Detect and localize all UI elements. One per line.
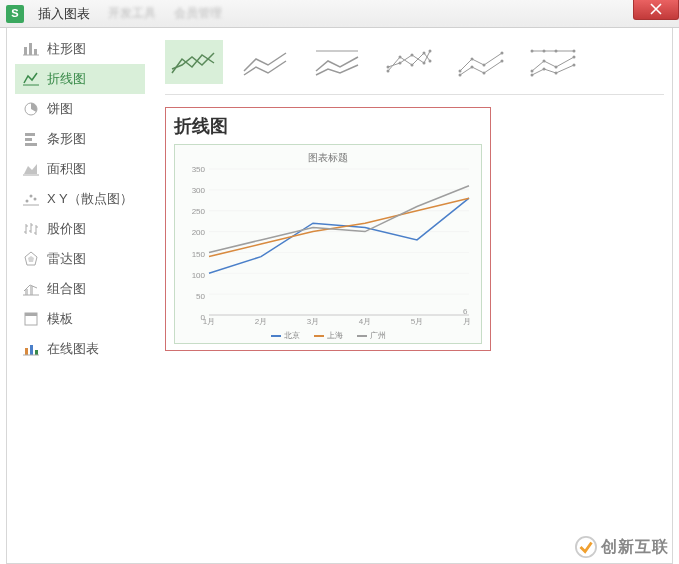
- y-tick-label: 100: [181, 270, 205, 279]
- plot-area: [209, 169, 469, 315]
- thumb-line-basic[interactable]: [165, 40, 223, 84]
- svg-rect-16: [35, 350, 38, 355]
- svg-point-47: [573, 64, 576, 67]
- thumb-line-percent-markers[interactable]: [525, 40, 583, 84]
- chart-legend: 北京上海广州: [175, 330, 481, 341]
- sidebar-label: 股价图: [47, 220, 86, 238]
- svg-rect-17: [170, 45, 218, 79]
- svg-point-22: [429, 60, 432, 63]
- svg-point-30: [483, 64, 486, 67]
- sidebar-item-stock[interactable]: 股价图: [15, 214, 145, 244]
- svg-point-23: [387, 66, 390, 69]
- svg-point-29: [471, 58, 474, 61]
- x-tick-label: 1月: [203, 316, 215, 327]
- svg-point-40: [531, 70, 534, 73]
- sidebar-label: 面积图: [47, 160, 86, 178]
- svg-point-42: [555, 66, 558, 69]
- pie-chart-icon: [23, 101, 39, 117]
- svg-rect-2: [34, 49, 37, 55]
- svg-point-21: [423, 52, 426, 55]
- y-tick-label: 350: [181, 165, 205, 174]
- y-tick-label: 300: [181, 186, 205, 195]
- svg-rect-11: [30, 286, 33, 295]
- close-button[interactable]: [633, 0, 679, 20]
- title-tabs: 插入图表 开发工具 会员管理: [38, 5, 222, 23]
- sidebar-label: X Y（散点图）: [47, 190, 133, 208]
- svg-point-36: [531, 50, 534, 53]
- svg-point-9: [34, 198, 37, 201]
- x-tick-label: 5月: [411, 316, 423, 327]
- svg-point-43: [573, 56, 576, 59]
- sidebar-item-template[interactable]: 模板: [15, 304, 145, 334]
- y-tick-label: 0: [181, 313, 205, 322]
- svg-point-8: [30, 195, 33, 198]
- svg-point-32: [459, 74, 462, 77]
- chart-type-sidebar: 柱形图 折线图 饼图 条形图 面积图 X Y（散点图） 股价图 雷达图: [15, 34, 145, 557]
- sidebar-label: 折线图: [47, 70, 86, 88]
- sidebar-item-bar[interactable]: 柱形图: [15, 34, 145, 64]
- sidebar-item-radar[interactable]: 雷达图: [15, 244, 145, 274]
- line-chart-icon: [23, 71, 39, 87]
- sidebar-item-combo[interactable]: 组合图: [15, 274, 145, 304]
- hbar-chart-icon: [23, 131, 39, 147]
- svg-point-57: [576, 537, 596, 557]
- y-tick-label: 200: [181, 228, 205, 237]
- svg-point-28: [459, 70, 462, 73]
- preview-wrap: 折线图 图表标题 050100150200250300350 1月2月3月4月5…: [165, 107, 491, 351]
- brand-logo-icon: [575, 536, 597, 558]
- svg-rect-15: [30, 345, 33, 355]
- y-tick-label: 50: [181, 291, 205, 300]
- sidebar-item-area[interactable]: 面积图: [15, 154, 145, 184]
- svg-point-39: [573, 50, 576, 53]
- x-tick-label: 2月: [255, 316, 267, 327]
- bar-chart-icon: [23, 41, 39, 57]
- svg-rect-6: [25, 143, 37, 146]
- sidebar-label: 模板: [47, 310, 73, 328]
- thumb-line-percent[interactable]: [309, 40, 367, 84]
- combo-chart-icon: [23, 281, 39, 297]
- main-panel: 折线图 图表标题 050100150200250300350 1月2月3月4月5…: [145, 34, 664, 557]
- svg-rect-1: [29, 43, 32, 55]
- chart-preview[interactable]: 图表标题 050100150200250300350 1月2月3月4月5月6月 …: [174, 144, 482, 344]
- sidebar-item-online[interactable]: 在线图表: [15, 334, 145, 364]
- svg-point-38: [555, 50, 558, 53]
- bg-tab-2: 会员管理: [174, 5, 222, 22]
- sidebar-label: 雷达图: [47, 250, 86, 268]
- thumb-line-markers[interactable]: [381, 40, 439, 84]
- sidebar-item-scatter[interactable]: X Y（散点图）: [15, 184, 145, 214]
- bg-tab-1: 开发工具: [108, 5, 156, 22]
- main-container: 柱形图 折线图 饼图 条形图 面积图 X Y（散点图） 股价图 雷达图: [6, 28, 673, 564]
- x-tick-label: 4月: [359, 316, 371, 327]
- thumb-line-stacked[interactable]: [237, 40, 295, 84]
- svg-point-24: [399, 62, 402, 65]
- thumb-line-stacked-markers[interactable]: [453, 40, 511, 84]
- radar-chart-icon: [23, 251, 39, 267]
- legend-entry: 上海: [314, 330, 343, 341]
- divider: [165, 94, 664, 95]
- svg-point-26: [423, 62, 426, 65]
- svg-rect-13: [25, 313, 37, 316]
- svg-point-35: [501, 60, 504, 63]
- sidebar-item-line[interactable]: 折线图: [15, 64, 145, 94]
- legend-entry: 广州: [357, 330, 386, 341]
- sidebar-item-hbar[interactable]: 条形图: [15, 124, 145, 154]
- svg-point-25: [411, 54, 414, 57]
- sidebar-item-pie[interactable]: 饼图: [15, 94, 145, 124]
- svg-point-44: [531, 74, 534, 77]
- svg-point-7: [26, 200, 29, 203]
- sidebar-label: 条形图: [47, 130, 86, 148]
- chart-subtype-thumbs: [165, 40, 664, 84]
- svg-point-27: [429, 50, 432, 53]
- svg-point-34: [483, 72, 486, 75]
- dialog-title: 插入图表: [38, 5, 90, 23]
- svg-point-46: [555, 72, 558, 75]
- svg-point-45: [543, 68, 546, 71]
- scatter-chart-icon: [23, 191, 39, 207]
- svg-point-37: [543, 50, 546, 53]
- area-chart-icon: [23, 161, 39, 177]
- close-icon: [650, 3, 662, 15]
- template-icon: [23, 311, 39, 327]
- svg-rect-5: [25, 138, 32, 141]
- x-tick-label: 3月: [307, 316, 319, 327]
- chart-inner-title: 图表标题: [181, 151, 475, 165]
